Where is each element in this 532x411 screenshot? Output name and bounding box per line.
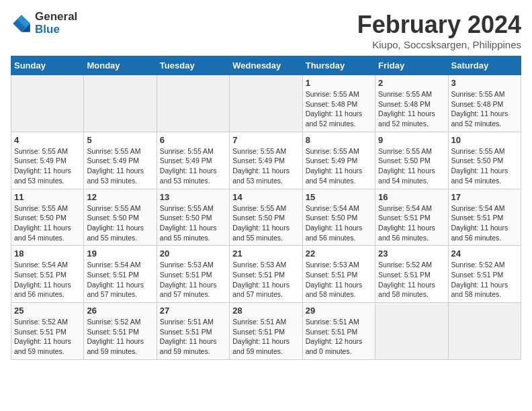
day-number: 23 <box>378 248 445 259</box>
calendar-week-row: 25Sunrise: 5:52 AMSunset: 5:51 PMDayligh… <box>11 303 521 360</box>
calendar-cell: 13Sunrise: 5:55 AMSunset: 5:50 PMDayligh… <box>157 189 229 246</box>
logo-text: General Blue <box>35 11 77 36</box>
calendar-cell: 21Sunrise: 5:53 AMSunset: 5:51 PMDayligh… <box>230 246 302 303</box>
day-number: 3 <box>451 78 518 88</box>
day-number: 24 <box>451 248 518 259</box>
calendar-cell: 10Sunrise: 5:55 AMSunset: 5:50 PMDayligh… <box>448 132 521 189</box>
calendar-cell <box>84 75 157 132</box>
day-info: Sunrise: 5:55 AMSunset: 5:49 PMDaylight:… <box>306 146 372 186</box>
calendar-cell <box>230 75 302 132</box>
calendar-day-header: Tuesday <box>157 56 229 75</box>
calendar-cell: 9Sunrise: 5:55 AMSunset: 5:50 PMDaylight… <box>375 132 448 189</box>
day-number: 15 <box>306 192 372 202</box>
day-info: Sunrise: 5:52 AMSunset: 5:51 PMDaylight:… <box>87 317 153 357</box>
day-info: Sunrise: 5:55 AMSunset: 5:48 PMDaylight:… <box>451 89 518 129</box>
day-info: Sunrise: 5:51 AMSunset: 5:51 PMDaylight:… <box>306 317 372 357</box>
calendar-cell: 15Sunrise: 5:54 AMSunset: 5:50 PMDayligh… <box>302 189 375 246</box>
calendar-day-header: Friday <box>375 56 448 75</box>
day-number: 8 <box>306 135 372 145</box>
calendar-cell: 19Sunrise: 5:54 AMSunset: 5:51 PMDayligh… <box>84 246 157 303</box>
day-number: 22 <box>306 248 372 259</box>
day-number: 25 <box>14 306 81 316</box>
calendar-cell: 11Sunrise: 5:55 AMSunset: 5:50 PMDayligh… <box>11 189 84 246</box>
calendar-cell <box>375 303 448 360</box>
day-number: 2 <box>378 78 445 88</box>
day-info: Sunrise: 5:55 AMSunset: 5:50 PMDaylight:… <box>160 203 226 243</box>
day-info: Sunrise: 5:54 AMSunset: 5:51 PMDaylight:… <box>451 203 518 243</box>
day-info: Sunrise: 5:52 AMSunset: 5:51 PMDaylight:… <box>451 260 518 300</box>
calendar-cell: 1Sunrise: 5:55 AMSunset: 5:48 PMDaylight… <box>302 75 375 132</box>
day-info: Sunrise: 5:55 AMSunset: 5:48 PMDaylight:… <box>378 89 445 129</box>
calendar-cell: 3Sunrise: 5:55 AMSunset: 5:48 PMDaylight… <box>448 75 521 132</box>
day-info: Sunrise: 5:54 AMSunset: 5:50 PMDaylight:… <box>306 203 372 243</box>
calendar-cell: 28Sunrise: 5:51 AMSunset: 5:51 PMDayligh… <box>230 303 302 360</box>
day-number: 6 <box>160 135 226 145</box>
day-number: 13 <box>160 192 226 202</box>
day-info: Sunrise: 5:53 AMSunset: 5:51 PMDaylight:… <box>160 260 226 300</box>
calendar-cell <box>11 75 84 132</box>
calendar-week-row: 1Sunrise: 5:55 AMSunset: 5:48 PMDaylight… <box>11 75 521 132</box>
day-number: 18 <box>14 248 81 259</box>
day-number: 27 <box>160 306 226 316</box>
calendar-day-header: Monday <box>84 56 157 75</box>
day-info: Sunrise: 5:53 AMSunset: 5:51 PMDaylight:… <box>232 260 299 300</box>
calendar-cell: 17Sunrise: 5:54 AMSunset: 5:51 PMDayligh… <box>448 189 521 246</box>
day-number: 26 <box>87 306 153 316</box>
calendar-cell: 26Sunrise: 5:52 AMSunset: 5:51 PMDayligh… <box>84 303 157 360</box>
day-number: 28 <box>232 306 299 316</box>
day-number: 11 <box>14 192 81 202</box>
day-number: 12 <box>87 192 153 202</box>
calendar-week-row: 18Sunrise: 5:54 AMSunset: 5:51 PMDayligh… <box>11 246 521 303</box>
day-number: 17 <box>451 192 518 202</box>
day-info: Sunrise: 5:55 AMSunset: 5:50 PMDaylight:… <box>232 203 299 243</box>
calendar-cell: 8Sunrise: 5:55 AMSunset: 5:49 PMDaylight… <box>302 132 375 189</box>
calendar-cell <box>448 303 521 360</box>
day-info: Sunrise: 5:54 AMSunset: 5:51 PMDaylight:… <box>378 203 445 243</box>
calendar-day-header: Saturday <box>448 56 521 75</box>
day-info: Sunrise: 5:55 AMSunset: 5:50 PMDaylight:… <box>378 146 445 186</box>
calendar-table: SundayMondayTuesdayWednesdayThursdayFrid… <box>11 56 521 360</box>
calendar-cell: 25Sunrise: 5:52 AMSunset: 5:51 PMDayligh… <box>11 303 84 360</box>
day-info: Sunrise: 5:55 AMSunset: 5:49 PMDaylight:… <box>14 146 81 186</box>
day-info: Sunrise: 5:55 AMSunset: 5:49 PMDaylight:… <box>160 146 226 186</box>
calendar-cell: 7Sunrise: 5:55 AMSunset: 5:49 PMDaylight… <box>230 132 302 189</box>
calendar-cell: 22Sunrise: 5:53 AMSunset: 5:51 PMDayligh… <box>302 246 375 303</box>
calendar-cell <box>157 75 229 132</box>
calendar-cell: 4Sunrise: 5:55 AMSunset: 5:49 PMDaylight… <box>11 132 84 189</box>
day-number: 5 <box>87 135 153 145</box>
calendar-cell: 24Sunrise: 5:52 AMSunset: 5:51 PMDayligh… <box>448 246 521 303</box>
day-number: 20 <box>160 248 226 259</box>
calendar-cell: 27Sunrise: 5:51 AMSunset: 5:51 PMDayligh… <box>157 303 229 360</box>
day-number: 29 <box>306 306 372 316</box>
title-area: February 2024 Kiupo, Soccsksargen, Phili… <box>357 11 521 50</box>
calendar-cell: 23Sunrise: 5:52 AMSunset: 5:51 PMDayligh… <box>375 246 448 303</box>
calendar-cell: 5Sunrise: 5:55 AMSunset: 5:49 PMDaylight… <box>84 132 157 189</box>
page-subtitle: Kiupo, Soccsksargen, Philippines <box>357 39 521 50</box>
day-info: Sunrise: 5:52 AMSunset: 5:51 PMDaylight:… <box>14 317 81 357</box>
day-info: Sunrise: 5:51 AMSunset: 5:51 PMDaylight:… <box>232 317 299 357</box>
day-number: 16 <box>378 192 445 202</box>
day-info: Sunrise: 5:55 AMSunset: 5:48 PMDaylight:… <box>306 89 372 129</box>
logo-icon <box>11 13 32 34</box>
day-info: Sunrise: 5:54 AMSunset: 5:51 PMDaylight:… <box>14 260 81 300</box>
day-number: 9 <box>378 135 445 145</box>
calendar-week-row: 4Sunrise: 5:55 AMSunset: 5:49 PMDaylight… <box>11 132 521 189</box>
calendar-cell: 6Sunrise: 5:55 AMSunset: 5:49 PMDaylight… <box>157 132 229 189</box>
day-info: Sunrise: 5:55 AMSunset: 5:49 PMDaylight:… <box>87 146 153 186</box>
day-info: Sunrise: 5:55 AMSunset: 5:50 PMDaylight:… <box>87 203 153 243</box>
day-number: 4 <box>14 135 81 145</box>
day-number: 14 <box>232 192 299 202</box>
calendar-header-row: SundayMondayTuesdayWednesdayThursdayFrid… <box>11 56 521 75</box>
day-info: Sunrise: 5:54 AMSunset: 5:51 PMDaylight:… <box>87 260 153 300</box>
calendar-body: 1Sunrise: 5:55 AMSunset: 5:48 PMDaylight… <box>11 75 521 360</box>
calendar-week-row: 11Sunrise: 5:55 AMSunset: 5:50 PMDayligh… <box>11 189 521 246</box>
day-info: Sunrise: 5:55 AMSunset: 5:50 PMDaylight:… <box>451 146 518 186</box>
calendar-day-header: Thursday <box>302 56 375 75</box>
logo: General Blue <box>11 11 77 36</box>
calendar-day-header: Sunday <box>11 56 84 75</box>
day-info: Sunrise: 5:55 AMSunset: 5:50 PMDaylight:… <box>14 203 81 243</box>
page-header: General Blue February 2024 Kiupo, Soccsk… <box>11 11 521 50</box>
calendar-cell: 29Sunrise: 5:51 AMSunset: 5:51 PMDayligh… <box>302 303 375 360</box>
day-number: 1 <box>306 78 372 88</box>
day-number: 10 <box>451 135 518 145</box>
